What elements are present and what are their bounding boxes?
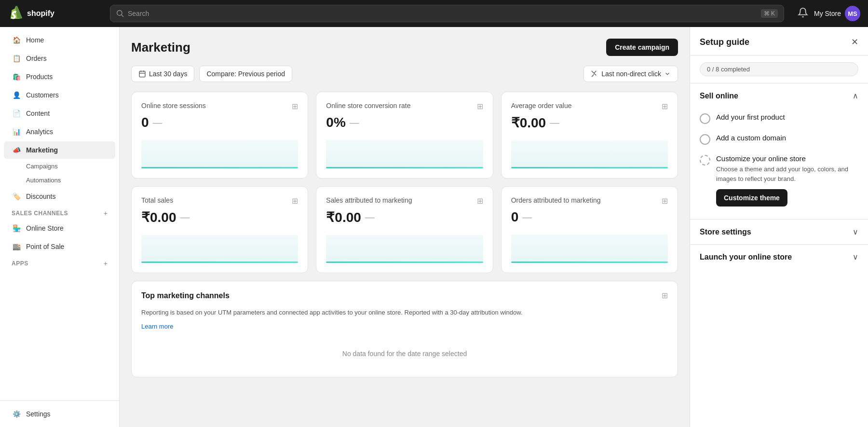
step-desc-customize-store: Choose a theme and add your logo, colors… [716,165,858,183]
sidebar-item-analytics[interactable]: 📊 Analytics [4,123,115,140]
sidebar-item-campaigns[interactable]: Campaigns [4,160,115,173]
apps-label: Apps [12,260,28,267]
sidebar-label-home: Home [26,36,108,44]
date-range-label: Last 30 days [149,70,187,78]
card-title-total-sales: Total sales [141,196,173,204]
step-label-first-product: Add your first product [716,113,785,121]
store-menu[interactable]: My Store MS [814,6,860,21]
launch-title: Launch your online store [700,253,792,262]
filters-row: Last 30 days Compare: Previous period La… [131,66,678,82]
analytics-icon: 📊 [12,127,21,137]
metric-card-avg-order: Average order value ⊞ ₹0.00 — [501,92,678,179]
sidebar-item-orders[interactable]: 📋 Orders [4,50,115,67]
discounts-icon: 🏷️ [12,192,21,201]
setup-section-sell-online: Sell online ∧ Add your first product Add… [690,83,868,219]
calendar-icon [138,70,146,78]
attribution-icon [591,70,598,78]
learn-more-link[interactable]: Learn more [141,323,173,330]
search-placeholder: Search [128,10,149,17]
setup-close-button[interactable]: ✕ [851,37,858,47]
card-title-orders-marketing: Orders attributed to marketing [511,196,601,204]
setup-panel-header: Setup guide ✕ [690,27,868,55]
card-title-avg-order: Average order value [511,102,572,110]
sidebar-label-orders: Orders [26,55,108,62]
svg-rect-0 [139,71,145,77]
sidebar-label-pos: Point of Sale [26,243,108,250]
attribution-filter[interactable]: Last non-direct click [583,66,678,82]
home-icon: 🏠 [12,35,21,45]
card-chart-total-sales [141,235,298,263]
sidebar: 🏠 Home 📋 Orders 🛍️ Products 👤 Customers … [0,27,120,427]
products-icon: 🛍️ [12,72,21,82]
orders-icon: 📋 [12,54,21,63]
notifications-bell[interactable] [798,7,808,20]
sidebar-label-marketing: Marketing [26,146,108,154]
setup-step-custom-domain: Add a custom domain [700,129,858,150]
card-title-conversion: Online store conversion rate [326,102,410,110]
sales-channels-expand[interactable]: + [104,209,108,217]
card-value-avg-order: ₹0.00 [511,115,546,131]
sidebar-label-customers: Customers [26,91,108,99]
card-chart-sessions [141,140,298,168]
store-settings-chevron: ∨ [853,227,858,236]
metric-card-conversion: Online store conversion rate ⊞ 0% — [316,92,493,179]
create-campaign-button[interactable]: Create campaign [606,39,678,56]
topnav: shopify Search ⌘ K My Store MS [0,0,868,27]
sidebar-item-customers[interactable]: 👤 Customers [4,86,115,104]
card-dash-conversion: — [350,117,359,128]
sidebar-item-marketing[interactable]: 📣 Marketing [4,141,115,159]
apps-expand[interactable]: + [104,260,108,267]
sidebar-label-content: Content [26,110,108,117]
automations-label: Automations [26,177,61,184]
launch-header[interactable]: Launch your online store ∨ [690,245,868,269]
content-area: Marketing Create campaign Last 30 days C… [120,27,690,427]
setup-section-store-settings: Store settings ∨ [690,219,868,244]
search-shortcut: ⌘ K [761,9,778,18]
sidebar-item-automations[interactable]: Automations [4,174,115,187]
page-header: Marketing Create campaign [131,39,678,56]
top-channels-icon[interactable]: ⊞ [662,291,668,300]
card-value-sessions: 0 [141,115,149,130]
compare-filter[interactable]: Compare: Previous period [199,66,292,82]
card-info-icon-sales-marketing[interactable]: ⊞ [477,196,483,206]
metric-card-sales-marketing: Sales attributed to marketing ⊞ ₹0.00 — [316,186,493,273]
customize-theme-button[interactable]: Customize theme [716,189,787,207]
card-dash-orders-marketing: — [522,212,532,223]
settings-icon: ⚙️ [12,409,21,419]
step-circle-first-product [700,113,710,124]
card-info-icon-avg-order[interactable]: ⊞ [662,102,668,111]
sidebar-item-settings[interactable]: ⚙️ Settings [4,405,115,423]
sidebar-item-content[interactable]: 📄 Content [4,105,115,122]
card-info-icon-total-sales[interactable]: ⊞ [292,196,298,206]
sell-online-title: Sell online [700,92,738,100]
sidebar-item-online-store[interactable]: 🏪 Online Store [4,220,115,237]
card-info-icon-sessions[interactable]: ⊞ [292,102,298,111]
card-dash-avg-order: — [550,117,559,128]
step-label-custom-domain: Add a custom domain [716,134,786,142]
pos-icon: 🏬 [12,242,21,251]
campaigns-label: Campaigns [26,163,58,170]
sidebar-item-point-of-sale[interactable]: 🏬 Point of Sale [4,238,115,255]
sidebar-label-online-store: Online Store [26,224,108,232]
sidebar-item-products[interactable]: 🛍️ Products [4,68,115,85]
sell-online-body: Add your first product Add a custom doma… [690,108,868,219]
logo-text: shopify [27,9,54,18]
sidebar-item-discounts[interactable]: 🏷️ Discounts [4,188,115,205]
card-value-sales-marketing: ₹0.00 [326,209,361,225]
sidebar-label-settings: Settings [26,410,108,418]
card-info-icon-conversion[interactable]: ⊞ [477,102,483,111]
card-info-icon-orders-marketing[interactable]: ⊞ [662,196,668,206]
metric-card-sessions: Online store sessions ⊞ 0 — [131,92,308,179]
sell-online-header[interactable]: Sell online ∧ [690,83,868,108]
sidebar-item-home[interactable]: 🏠 Home [4,31,115,49]
store-settings-header[interactable]: Store settings ∨ [690,220,868,244]
logo[interactable]: shopify [8,6,104,21]
launch-chevron: ∨ [853,252,858,262]
date-range-filter[interactable]: Last 30 days [131,66,194,82]
sidebar-label-products: Products [26,73,108,81]
card-title-sessions: Online store sessions [141,102,206,110]
search-bar[interactable]: Search ⌘ K [110,5,784,22]
store-name: My Store [814,10,841,17]
main-layout: 🏠 Home 📋 Orders 🛍️ Products 👤 Customers … [0,27,868,427]
chevron-down-icon [664,70,671,77]
